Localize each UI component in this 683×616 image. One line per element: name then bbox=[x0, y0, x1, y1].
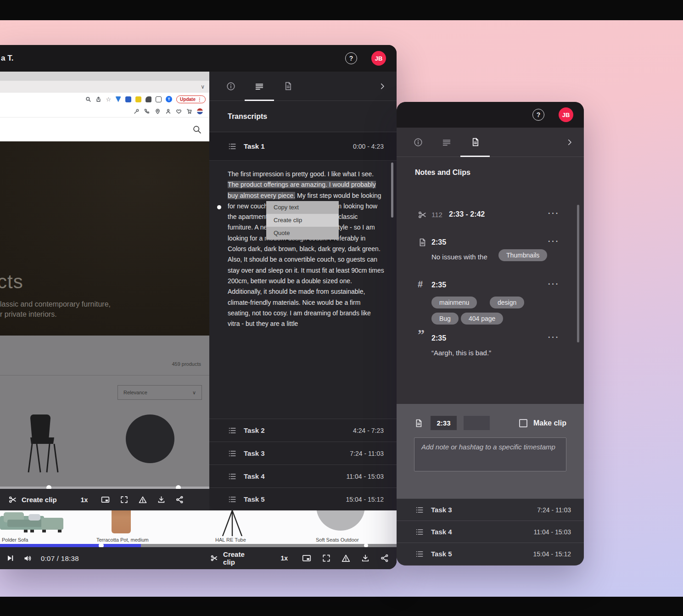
tab-transcripts[interactable] bbox=[245, 72, 274, 101]
create-clip-button[interactable]: Create clip bbox=[210, 550, 253, 566]
profile-extension-icon: T bbox=[166, 96, 172, 102]
hashtag-pill[interactable]: mainmenu bbox=[431, 297, 477, 308]
entry-menu-button[interactable]: ··· bbox=[548, 280, 560, 288]
hashtag-pill[interactable]: 404 page bbox=[461, 313, 503, 325]
entry-menu-button[interactable]: ··· bbox=[548, 333, 560, 342]
picture-in-picture-icon[interactable] bbox=[101, 495, 110, 504]
top-black-bar bbox=[0, 0, 683, 20]
report-issue-icon[interactable] bbox=[341, 554, 351, 563]
hashtag-pill[interactable]: design bbox=[490, 297, 524, 308]
playback-speed-button[interactable]: 1x bbox=[81, 496, 88, 504]
clip-number: 112 bbox=[431, 211, 442, 218]
download-icon[interactable] bbox=[361, 554, 370, 563]
avatar[interactable]: JB bbox=[371, 51, 386, 66]
task-label: Task 5 bbox=[431, 550, 452, 558]
tab-notes[interactable] bbox=[461, 128, 489, 157]
scrollbar-thumb[interactable] bbox=[391, 162, 393, 218]
skip-next-icon[interactable] bbox=[6, 554, 15, 563]
player-bottom-bar: 0:07 / 18:38 Create clip 1x bbox=[0, 544, 397, 569]
task-list: Task 2 4:24 - 7:23 Task 3 7:24 - 11:03 T… bbox=[209, 419, 397, 510]
volume-icon[interactable] bbox=[23, 554, 33, 563]
transcript-text[interactable]: The first impression is pretty good. I l… bbox=[209, 161, 397, 419]
video-area[interactable]: ∨ ☆ T Update ⋮ bbox=[0, 72, 209, 544]
task-label: Task 4 bbox=[431, 528, 452, 536]
make-clip-checkbox[interactable] bbox=[519, 419, 527, 427]
video-timeline[interactable] bbox=[0, 544, 397, 547]
panel-title: Transcripts bbox=[209, 101, 397, 132]
quote-text: “Aargh, this is bad.” bbox=[431, 349, 491, 357]
download-icon[interactable] bbox=[157, 495, 166, 504]
menu-item-copy-text[interactable]: Copy text bbox=[266, 201, 339, 214]
product-label: Soft Seats Outdoor bbox=[316, 537, 359, 543]
site-hero-subtitle: lassic and contemporary furniture, r pri… bbox=[0, 299, 111, 319]
notes-document-icon bbox=[283, 81, 293, 91]
task-row[interactable]: Task 5 15:04 - 15:12 bbox=[209, 487, 397, 510]
note-tag-pill[interactable]: Thumbnails bbox=[498, 249, 547, 261]
fullscreen-icon[interactable] bbox=[120, 495, 129, 504]
note-input[interactable] bbox=[414, 437, 566, 471]
task-row[interactable]: Task 3 7:24 - 11:03 bbox=[397, 498, 584, 521]
browser-tabstrip bbox=[0, 72, 209, 81]
playback-speed-button[interactable]: 1x bbox=[280, 554, 288, 562]
task-label: Task 1 bbox=[244, 142, 265, 150]
task-label: Task 4 bbox=[244, 472, 265, 480]
notes-clips-window: ? JB Notes and Clips 112 2:33 - 2:42 ··· bbox=[397, 102, 584, 566]
timeline-progress bbox=[0, 544, 141, 547]
product-label: Polder Sofa bbox=[2, 537, 28, 543]
collapse-panel-button[interactable] bbox=[378, 82, 397, 90]
share-icon[interactable] bbox=[175, 495, 184, 504]
extension-icon bbox=[115, 96, 121, 102]
product-image-pot bbox=[112, 510, 131, 533]
player-controls: 0:07 / 18:38 Create clip 1x bbox=[0, 547, 397, 569]
notes-document-icon bbox=[470, 137, 480, 147]
entry-menu-button[interactable]: ··· bbox=[548, 237, 560, 246]
player-controls-right: Create clip 1x bbox=[210, 547, 389, 569]
product-label: Terracotta Pot, medium bbox=[96, 537, 149, 543]
tab-info[interactable] bbox=[404, 128, 432, 157]
menu-item-quote[interactable]: Quote bbox=[266, 227, 339, 240]
help-icon[interactable]: ? bbox=[532, 109, 544, 121]
report-issue-icon[interactable] bbox=[138, 495, 147, 504]
video-area-bright-strip[interactable]: Polder Sofa Terracotta Pot, medium HAL R… bbox=[0, 510, 397, 544]
share-icon[interactable] bbox=[380, 554, 389, 563]
menu-item-create-clip[interactable]: Create clip bbox=[266, 214, 339, 227]
collapse-panel-button[interactable] bbox=[565, 138, 584, 146]
avatar[interactable]: JB bbox=[559, 107, 573, 122]
panel-title: Notes and Clips bbox=[397, 157, 584, 188]
scrollbar-thumb[interactable] bbox=[577, 205, 579, 342]
entry-menu-button[interactable]: ··· bbox=[548, 209, 560, 218]
note-document-icon bbox=[418, 238, 427, 247]
browser-toolbar: ☆ T Update ⋮ bbox=[0, 93, 209, 106]
product-image-chair bbox=[27, 414, 60, 473]
tab-transcripts[interactable] bbox=[432, 128, 461, 157]
task-row[interactable]: Task 4 11:04 - 15:03 bbox=[397, 521, 584, 543]
timestamp-end-input[interactable] bbox=[464, 416, 490, 430]
timestamp-input[interactable] bbox=[431, 416, 457, 430]
bottom-black-bar bbox=[0, 597, 683, 616]
playhead-bullet bbox=[217, 205, 221, 209]
extension-icon bbox=[125, 96, 131, 102]
task-time: 7:24 - 11:03 bbox=[537, 506, 571, 514]
picture-in-picture-icon[interactable] bbox=[302, 553, 312, 563]
hashtag-pill[interactable]: Bug bbox=[431, 313, 459, 325]
fullscreen-icon[interactable] bbox=[322, 554, 331, 563]
create-clip-button[interactable]: Create clip bbox=[8, 495, 57, 504]
task-row[interactable]: Task 2 4:24 - 7:23 bbox=[209, 419, 397, 442]
task-label: Task 3 bbox=[431, 506, 452, 514]
player-body: ∨ ☆ T Update ⋮ bbox=[0, 72, 397, 544]
task-row-active[interactable]: Task 1 0:00 - 4:23 bbox=[209, 132, 397, 161]
product-label: HAL RE Tube bbox=[215, 537, 246, 543]
task-row[interactable]: Task 3 7:24 - 11:03 bbox=[209, 442, 397, 465]
task-row[interactable]: Task 5 15:04 - 15:12 bbox=[397, 543, 584, 565]
task-list-icon bbox=[228, 472, 237, 481]
note-document-icon bbox=[414, 419, 423, 428]
task-row[interactable]: Task 4 11:04 - 15:03 bbox=[209, 465, 397, 487]
help-icon[interactable]: ? bbox=[345, 52, 357, 64]
time-display: 0:07 / 18:38 bbox=[41, 554, 79, 562]
language-flag-icon bbox=[197, 108, 203, 114]
task-list-icon bbox=[415, 549, 424, 559]
tab-info[interactable] bbox=[217, 72, 245, 101]
task-time: 4:24 - 7:23 bbox=[353, 427, 384, 434]
tab-notes[interactable] bbox=[274, 72, 302, 101]
scissors-icon bbox=[418, 210, 427, 219]
